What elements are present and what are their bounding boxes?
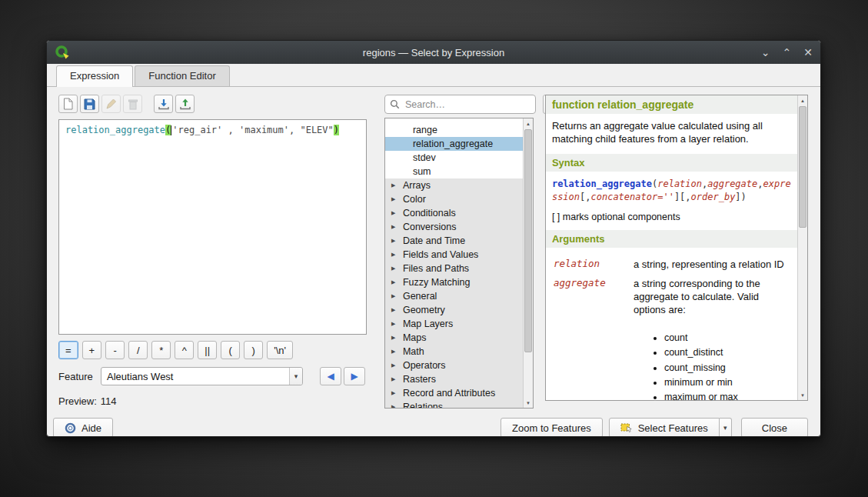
function-group[interactable]: ▶Rasters	[385, 372, 523, 386]
next-feature-button[interactable]: ▶	[344, 367, 365, 385]
scroll-down-icon[interactable]: ▼	[798, 390, 807, 400]
titlebar[interactable]: regions — Select by Expression ⌄ ⌃ ✕	[47, 41, 820, 64]
dialog-footer: Aide Zoom to Features Select Features ▾ …	[47, 409, 820, 437]
operator-open-paren-button[interactable]: (	[221, 341, 240, 359]
operator-divide-button[interactable]: /	[128, 341, 148, 359]
function-item-selected[interactable]: relation_aggregate	[385, 137, 523, 151]
function-group[interactable]: ▶Color	[385, 192, 523, 206]
operator-power-button[interactable]: ^	[175, 341, 194, 359]
export-expression-button[interactable]	[175, 95, 195, 113]
option-item: count_missing	[664, 362, 790, 374]
function-group[interactable]: ▶Date and Time	[385, 234, 523, 248]
trash-icon	[128, 98, 138, 110]
operator-close-paren-button[interactable]: )	[244, 341, 263, 359]
chevron-down-icon[interactable]: ▾	[289, 368, 302, 385]
function-group[interactable]: ▶Operators	[385, 359, 523, 372]
function-item[interactable]: stdev	[385, 151, 523, 165]
maximize-window-button[interactable]: ⌃	[783, 41, 792, 64]
search-box[interactable]	[384, 95, 536, 114]
operator-equals-button[interactable]: =	[58, 341, 78, 359]
chevron-right-icon: ▶	[391, 362, 397, 369]
arrow-left-icon: ◀	[327, 371, 334, 382]
select-features-dropdown-button[interactable]: ▾	[720, 418, 732, 437]
import-expression-button[interactable]	[154, 95, 173, 113]
help-content: function relation_aggregate Returns an a…	[546, 95, 797, 400]
function-group[interactable]: ▶Conditionals	[385, 206, 523, 220]
scroll-up-icon[interactable]: ▲	[798, 95, 807, 105]
operator-plus-button[interactable]: +	[82, 341, 102, 359]
function-group[interactable]: ▶Fuzzy Matching	[385, 275, 523, 289]
previous-feature-button[interactable]: ◀	[320, 367, 341, 385]
function-group[interactable]: ▶General	[385, 289, 523, 303]
help-column: function relation_aggregate Returns an a…	[545, 95, 808, 409]
operator-minus-button[interactable]: -	[105, 341, 125, 359]
feature-label: Feature	[58, 371, 101, 382]
function-group[interactable]: ▶Files and Paths	[385, 262, 523, 275]
arguments-table: relation a string, representing a relati…	[546, 248, 797, 400]
scrollbar-thumb[interactable]	[799, 106, 806, 228]
operator-buttons: = + - / * ^ || ( ) '\n'	[58, 341, 367, 359]
select-features-button[interactable]: Select Features	[609, 418, 720, 437]
chevron-right-icon: ▶	[391, 293, 397, 299]
help-panel: function relation_aggregate Returns an a…	[545, 95, 808, 401]
function-group[interactable]: ▶Arrays	[385, 178, 523, 192]
function-group[interactable]: ▶Record and Attributes	[385, 386, 523, 400]
function-tree: range relation_aggregate stdev sum ▶Arra…	[384, 118, 534, 409]
scroll-up-icon[interactable]: ▲	[524, 118, 533, 128]
close-button[interactable]: Close	[741, 418, 808, 437]
search-input[interactable]	[404, 98, 530, 111]
operator-concat-button[interactable]: ||	[198, 341, 217, 359]
tab-function-editor[interactable]: Function Editor	[135, 65, 229, 86]
function-group[interactable]: ▶Conversions	[385, 220, 523, 234]
zoom-to-features-button[interactable]: Zoom to Features	[501, 418, 603, 437]
help-icon	[65, 422, 76, 434]
search-icon	[390, 99, 400, 109]
help-scrollbar: ▲ ▼	[797, 95, 807, 400]
argument-name: aggregate	[554, 277, 634, 400]
edit-expression-button[interactable]	[101, 95, 121, 113]
feature-combobox[interactable]: Aleutians West ▾	[101, 367, 303, 385]
option-item: count	[664, 332, 790, 344]
operator-multiply-button[interactable]: *	[151, 341, 171, 359]
expression-args: 'reg_air' , 'maximum', "ELEV"	[172, 125, 334, 135]
option-item: count_distinct	[664, 346, 790, 359]
scroll-down-icon[interactable]: ▼	[524, 398, 533, 408]
help-description: Returns an aggregate value calculated us…	[546, 114, 797, 146]
delete-expression-button[interactable]	[123, 95, 142, 113]
search-row: Show Help	[384, 95, 534, 114]
save-expression-button[interactable]	[80, 95, 99, 113]
expression-input[interactable]: relation_aggregate('reg_air' , 'maximum'…	[58, 119, 367, 335]
function-group[interactable]: ▶Math	[385, 345, 523, 359]
function-group[interactable]: ▶Maps	[385, 331, 523, 345]
main-area: relation_aggregate('reg_air' , 'maximum'…	[47, 87, 820, 409]
scrollbar-thumb[interactable]	[524, 129, 532, 352]
operator-newline-button[interactable]: '\n'	[267, 341, 293, 359]
close-window-button[interactable]: ✕	[803, 41, 813, 64]
function-group[interactable]: ▶Geometry	[385, 303, 523, 317]
chevron-right-icon: ▶	[391, 307, 397, 313]
chevron-down-icon: ▾	[723, 424, 727, 432]
shade-window-button[interactable]: ⌄	[761, 41, 770, 64]
new-expression-button[interactable]	[58, 95, 78, 113]
chevron-right-icon: ▶	[391, 238, 397, 244]
open-paren: (	[165, 125, 171, 135]
preview-value: 114	[101, 395, 117, 407]
function-group[interactable]: ▶Fields and Values	[385, 248, 523, 262]
function-item[interactable]: sum	[385, 165, 523, 178]
tab-expression[interactable]: Expression	[56, 65, 133, 87]
save-icon	[84, 98, 95, 110]
chevron-right-icon: ▶	[391, 390, 397, 396]
chevron-right-icon: ▶	[391, 321, 397, 327]
function-group[interactable]: ▶Map Layers	[385, 317, 523, 331]
close-paren: )	[334, 125, 339, 135]
function-group[interactable]: ▶Relations	[385, 400, 523, 408]
chevron-right-icon: ▶	[391, 404, 397, 408]
help-button[interactable]: Aide	[53, 418, 113, 437]
window-title: regions — Select by Expression	[47, 47, 820, 58]
select-by-expression-dialog: regions — Select by Expression ⌄ ⌃ ✕ Exp…	[46, 40, 821, 437]
feature-value: Aleutians West	[101, 368, 289, 385]
function-item[interactable]: range	[385, 123, 523, 137]
chevron-right-icon: ▶	[391, 335, 397, 341]
preview-row: Preview:114	[58, 395, 367, 407]
expression-column: relation_aggregate('reg_air' , 'maximum'…	[58, 95, 367, 409]
